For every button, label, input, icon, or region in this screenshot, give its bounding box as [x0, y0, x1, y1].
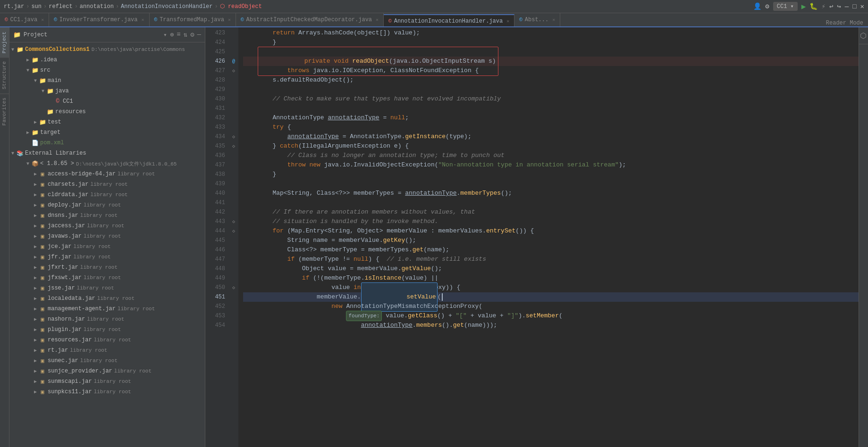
tree-external-libs[interactable]: ▼ 📚 External Libraries: [9, 148, 205, 158]
redo-button[interactable]: ↪: [837, 2, 841, 10]
code-line-423: return Arrays.hashCode(object[]) value);: [243, 28, 859, 38]
tree-jsse[interactable]: ▶ ▣ jsse.jar library root: [9, 283, 205, 293]
tab-abst[interactable]: © Abst... ✕: [514, 13, 560, 26]
main-layout: Project Structure Favorites 📁 Project ▾ …: [0, 27, 868, 447]
tree-jfxrt[interactable]: ▶ ▣ jfxrt.jar library root: [9, 262, 205, 273]
tree-jaccess[interactable]: ▶ ▣ jaccess.jar library root: [9, 221, 205, 231]
tab-icon-invoker: ©: [54, 17, 57, 23]
user-icon[interactable]: 👤: [753, 2, 761, 10]
tree-jdk[interactable]: ▼ 📦 < 1.8.65 > D:\notes\java\jdk文件\jdk1.…: [9, 158, 205, 169]
tab-cc1[interactable]: © CC1.java ✕: [0, 13, 49, 26]
close-button[interactable]: ✕: [860, 2, 864, 10]
tree-access-bridge[interactable]: ▶ ▣ access-bridge-64.jar library root: [9, 169, 205, 179]
tree-sunec[interactable]: ▶ ▣ sunec.jar library root: [9, 356, 205, 366]
gear-icon[interactable]: ⚙: [190, 31, 194, 39]
tree-sunjce[interactable]: ▶ ▣ sunjce_provider.jar library root: [9, 366, 205, 376]
tree-jfxswt[interactable]: ▶ ▣ jfxswt.jar library root: [9, 273, 205, 283]
tree-resources-jar[interactable]: ▶ ▣ resources.jar library root: [9, 335, 205, 345]
tree-main[interactable]: ▼ 📁 main: [9, 75, 205, 86]
code-line-441: [243, 198, 859, 207]
tab-abstract[interactable]: © AbstractInputCheckedMapDecorator.java …: [236, 13, 384, 26]
run-button[interactable]: ▶: [801, 2, 806, 11]
left-tab-project[interactable]: Project: [0, 27, 9, 57]
tree-target[interactable]: ▶ 📁 target: [9, 127, 205, 138]
pom-label: pom.xml: [40, 140, 64, 146]
tree-deploy[interactable]: ▶ ▣ deploy.jar library root: [9, 200, 205, 210]
tab-close-abst[interactable]: ✕: [552, 17, 555, 23]
breadcrumb-jar[interactable]: rt.jar: [4, 3, 24, 10]
project-dropdown-icon[interactable]: ▾: [163, 31, 167, 39]
tree-root[interactable]: ▼ 📁 CommonsCollections1 D:\notes\java\pr…: [9, 44, 205, 55]
undo-button[interactable]: ↩: [829, 2, 833, 10]
jar-icon: ▣: [39, 295, 46, 302]
tab-invoker[interactable]: © InvokerTransformer.java ✕: [49, 13, 149, 26]
sunmscapi-label: sunmscapi.jar: [48, 378, 92, 385]
settings-icon[interactable]: ⚙: [765, 2, 769, 10]
left-tab-structure[interactable]: Structure: [0, 57, 9, 93]
sunec-label: sunec.jar: [48, 357, 78, 364]
code-line-436: // Class is no longer an annotation type…: [243, 151, 859, 160]
tree-idea[interactable]: ▶ 📁 .idea: [9, 55, 205, 65]
jar-icon: ▣: [39, 243, 46, 250]
project-header-icons: ⊕ ≡ ⇅ ⚙ —: [170, 31, 201, 39]
tree-javaws[interactable]: ▶ ▣ javaws.jar library root: [9, 231, 205, 241]
tree-management-agent[interactable]: ▶ ▣ management-agent.jar library root: [9, 304, 205, 314]
title-bar-icons: 👤 ⚙ CC1 ▾ ▶ 🐛 ⚡ ↩ ↪ — □ ✕: [753, 2, 864, 11]
coverage-button[interactable]: ⚡: [821, 2, 825, 10]
maximize-button[interactable]: □: [852, 3, 856, 10]
editor-content[interactable]: 423 424 425 426 427 428 429 430 431 432 …: [205, 27, 859, 447]
code-area[interactable]: return Arrays.hashCode(object[]) value);…: [238, 27, 859, 447]
tab-annotation-handler[interactable]: © AnnotationInvocationHandler.java ✕: [384, 14, 514, 27]
tree-jce[interactable]: ▶ ▣ jce.jar library root: [9, 241, 205, 252]
breadcrumb-reflect[interactable]: reflect: [49, 3, 72, 10]
tree-resources[interactable]: 📁 resources: [9, 107, 205, 117]
breadcrumb-sun[interactable]: sun: [31, 3, 42, 10]
breadcrumb-class[interactable]: AnnotationInvocationHandler: [121, 3, 212, 10]
sunpkcs11-label: sunpkcs11.jar: [48, 389, 92, 395]
javaws-label: javaws.jar: [48, 233, 82, 240]
main-label: main: [48, 77, 61, 84]
reader-mode-btn[interactable]: Reader Mode: [821, 20, 868, 26]
tree-jfr[interactable]: ▶ ▣ jfr.jar library root: [9, 252, 205, 262]
tree-cc1[interactable]: © CC1: [9, 96, 205, 107]
tab-transformedmap[interactable]: © TransformedMap.java ✕: [150, 13, 236, 26]
minimize-button[interactable]: —: [845, 3, 849, 10]
collapse-icon[interactable]: ≡: [177, 31, 180, 39]
left-tab-favorites[interactable]: Favorites: [0, 93, 9, 129]
tree-rt-jar[interactable]: ▶ ▣ rt.jar library root: [9, 345, 205, 356]
tab-icon-abst: ©: [519, 17, 522, 23]
tab-icon-abstract: ©: [241, 17, 244, 23]
sort-icon[interactable]: ⇅: [184, 31, 187, 39]
breadcrumb-annotation[interactable]: annotation: [80, 3, 114, 10]
tab-close-abstract[interactable]: ✕: [376, 17, 379, 23]
tab-close-transformedmap[interactable]: ✕: [228, 17, 231, 23]
tree-sunpkcs11[interactable]: ▶ ▣ sunpkcs11.jar library root: [9, 387, 205, 397]
right-tab-1[interactable]: ⬡: [859, 27, 868, 44]
tree-cldrdata[interactable]: ▶ ▣ cldrdata.jar library root: [9, 190, 205, 200]
tab-label-cc1: CC1.java: [10, 17, 38, 23]
tree-dnsns[interactable]: ▶ ▣ dnsns.jar library root: [9, 210, 205, 221]
code-line-424: }: [243, 38, 859, 47]
debug-button[interactable]: 🐛: [809, 2, 817, 10]
tree-pom[interactable]: 📄 pom.xml: [9, 138, 205, 148]
tree-sunmscapi[interactable]: ▶ ▣ sunmscapi.jar library root: [9, 376, 205, 387]
tree-charsets[interactable]: ▶ ▣ charsets.jar library root: [9, 179, 205, 190]
code-line-453: foundType: value.getClass() + "[" + valu…: [243, 311, 859, 321]
tab-close-invoker[interactable]: ✕: [142, 17, 144, 23]
run-config-dropdown[interactable]: CC1 ▾: [773, 2, 798, 11]
tree-nashorn[interactable]: ▶ ▣ nashorn.jar library root: [9, 314, 205, 324]
code-line-432: AnnotationType annotationType = null;: [243, 113, 859, 123]
code-line-431: [243, 104, 859, 113]
java-folder-icon: 📁: [46, 88, 54, 95]
folder-icon: 📁: [13, 31, 21, 39]
tree-localedata[interactable]: ▶ ▣ localedata.jar library root: [9, 293, 205, 304]
tab-close-annotation[interactable]: ✕: [506, 18, 509, 24]
tree-java[interactable]: ▼ 📁 java: [9, 86, 205, 96]
jar-icon: ▣: [39, 191, 46, 199]
tree-test[interactable]: ▶ 📁 test: [9, 117, 205, 127]
tree-src[interactable]: ▼ 📁 src: [9, 65, 205, 75]
sync-icon[interactable]: ⊕: [170, 31, 174, 39]
minimize-panel-icon[interactable]: —: [197, 31, 201, 39]
tree-plugin[interactable]: ▶ ▣ plugin.jar library root: [9, 324, 205, 335]
tab-close-cc1[interactable]: ✕: [41, 17, 44, 23]
